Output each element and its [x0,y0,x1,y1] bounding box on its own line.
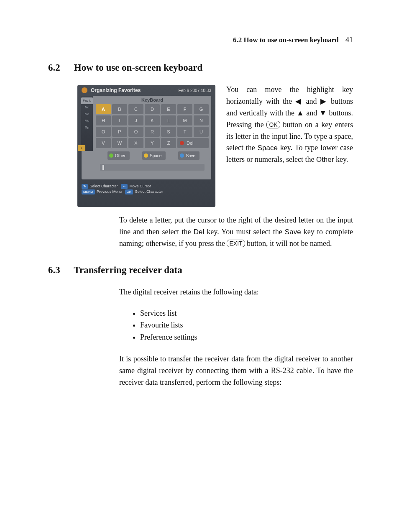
key-s[interactable]: S [161,127,176,137]
list-item: Favourite lists [140,319,353,331]
screenshot-titlebar: Organizing Favorites Feb 6 2007 10:33 [77,85,215,95]
section-6-3-number: 6.3 [48,265,72,276]
key-y[interactable]: Y [145,138,160,148]
key-u[interactable]: U [194,127,209,137]
key-v[interactable]: V [96,138,111,148]
key-del[interactable]: Del [177,138,209,148]
softkey-space-label: Space [150,153,161,158]
key-l[interactable]: L [161,115,176,125]
running-header: 6.2 How to use on-screen keyboard 41 [48,36,353,47]
legend-line-2: MENU Previous Menu OK Select Character [82,189,211,194]
key-n[interactable]: N [194,115,209,125]
updown-pill-icon: ⇅ [82,184,88,189]
key-e[interactable]: E [161,104,176,114]
screenshot-legend: ⇅ Select Character ↔ Move Cursor MENU Pr… [82,184,211,194]
onscreen-keyboard-screenshot: Organizing Favorites Feb 6 2007 10:33 Fa… [77,85,215,207]
key-r[interactable]: R [145,127,160,137]
key-f[interactable]: F [177,104,192,114]
key-x[interactable]: X [128,138,143,148]
space-keyname: Space [258,144,278,152]
text: key. [334,155,348,164]
green-dot-icon [109,153,113,158]
blue-dot-icon [180,153,184,158]
section-6-3-para: It is possible to transfer the receiver … [48,353,353,389]
side-tab: No [81,104,93,111]
softkey-row: Other Space Save [107,151,209,160]
key-d[interactable]: D [145,104,160,114]
section-6-3-list: Services list Favourite lists Preference… [48,307,353,343]
side-tab: Sp [81,124,93,131]
screenshot-title: Organizing Favorites [91,87,141,93]
screenshot-timestamp: Feb 6 2007 10:33 [179,88,211,93]
running-header-page: 41 [345,36,353,44]
keyboard-keys: A B C D E F G H I J K L M N [95,104,210,148]
ok-pill: OK [125,189,133,194]
softkey-save-label: Save [186,153,195,158]
up-arrow-icon: ▲ [297,109,304,117]
key-k[interactable]: K [145,115,160,125]
text: button, it will not be named. [245,239,332,248]
left-arrow-icon: ◀ [295,97,303,105]
section-6-2-body: Organizing Favorites Feb 6 2007 10:33 Fa… [48,84,353,207]
section-6-2-para1: You can move the highlight key horizonta… [226,84,353,166]
right-arrow-icon: ▶ [320,97,328,105]
section-6-2-number: 6.2 [48,62,72,73]
softkey-other[interactable]: Other [107,151,130,160]
key-j[interactable]: J [128,115,143,125]
legend-prev-menu: Previous Menu [97,189,122,194]
other-keyname: Other [316,156,334,164]
softkey-save[interactable]: Save [178,151,200,160]
del-dot-icon [180,141,184,145]
del-keyname: Del [194,228,205,236]
legend-select-char: Select Character [90,184,118,188]
key-w[interactable]: W [112,138,127,148]
list-item: Services list [140,307,353,320]
key-b[interactable]: B [112,104,127,114]
running-header-title: 6.2 How to use on-screen keyboard [233,36,339,44]
ok-button-glyph: OK [266,121,280,128]
caret-icon [102,165,104,170]
softkey-other-label: Other [115,153,125,158]
key-t[interactable]: T [177,127,192,137]
key-o[interactable]: O [96,127,111,137]
section-6-2-title: How to use on-screen keyboard [74,62,203,73]
key-p[interactable]: P [112,127,127,137]
key-a[interactable]: A [96,104,111,114]
save-keyname: Save [285,228,301,236]
key-i[interactable]: I [112,115,127,125]
list-item: Preference settings [140,331,353,343]
section-6-2-heading: 6.2 How to use on-screen keyboard [48,62,353,73]
side-tab: Fav L [81,97,93,104]
keyboard-input-line [100,164,205,171]
text: and [304,109,319,117]
key-z[interactable]: Z [161,138,176,148]
key-h[interactable]: H [96,115,111,125]
keyboard-header: KeyBoard [95,96,210,104]
side-tab: Mu [81,118,93,124]
key-g[interactable]: G [194,104,209,114]
key-del-label: Del [187,141,194,146]
menu-pill: MENU [82,189,95,194]
text: and [303,97,320,105]
section-6-3-title: Transferring receiver data [74,265,182,275]
key-q[interactable]: Q [128,127,143,137]
side-tab-highlight-icon: › [78,145,85,151]
legend-select-char-2: Select Character [135,189,163,194]
exit-button-glyph: EXIT [227,240,245,247]
yellow-dot-icon [144,153,148,158]
softkey-space[interactable]: Space [142,151,166,160]
legend-line-1: ⇅ Select Character ↔ Move Cursor [82,184,211,189]
section-6-3-heading: 6.3 Transferring receiver data [48,265,353,276]
down-arrow-icon: ▼ [319,109,327,117]
legend-move-cursor: Move Cursor [130,184,151,188]
key-m[interactable]: M [177,115,192,125]
text: key. You must select the [204,228,285,236]
keyboard-panel: KeyBoard A B C D E F G H I J K [95,96,210,160]
titlebar-icon [82,87,87,93]
screenshot-panel: Fav L No Mo Mu Sp › KeyBoard A B C D [82,96,211,179]
side-tab: Mo [81,111,93,118]
leftright-pill-icon: ↔ [121,184,128,189]
screenshot-side-tabs: Fav L No Mo Mu Sp › [81,96,93,151]
key-c[interactable]: C [128,104,143,114]
section-6-3-intro: The digital receiver retains the followi… [48,286,353,298]
